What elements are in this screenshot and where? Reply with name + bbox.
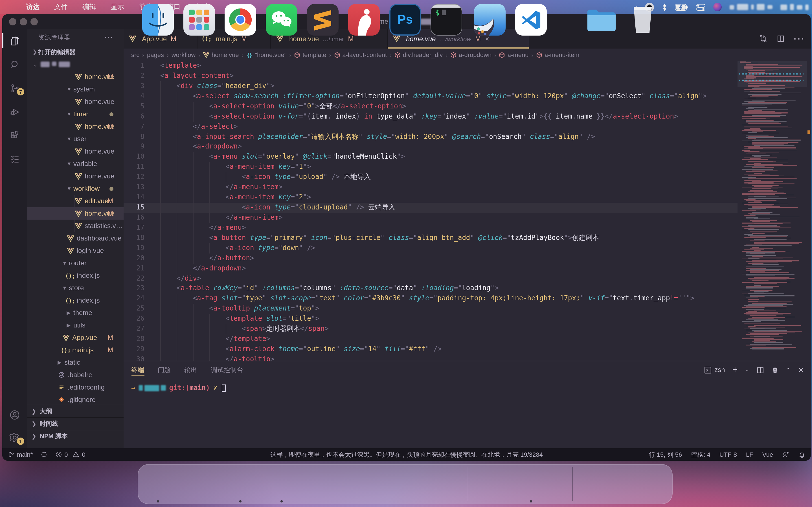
account-icon[interactable] bbox=[2, 406, 27, 424]
control-center-icon[interactable] bbox=[696, 4, 705, 10]
close-button[interactable] bbox=[9, 18, 16, 25]
file-index.js[interactable]: ();index.js bbox=[27, 269, 123, 282]
dock-terminal[interactable]: $ bbox=[431, 4, 462, 36]
eol[interactable]: LF bbox=[746, 451, 753, 458]
breadcrumb-a-menu-item[interactable]: a-menu-item bbox=[536, 51, 579, 58]
bluetooth-icon[interactable] bbox=[662, 3, 667, 11]
folder-user[interactable]: ▼user bbox=[27, 133, 123, 145]
folder-timer[interactable]: ▼timer bbox=[27, 108, 123, 120]
code-editor[interactable]: 1<template>2<a-layout-content>3 <div cla… bbox=[123, 61, 738, 361]
split-terminal-icon[interactable] bbox=[756, 366, 764, 374]
file-App.vue[interactable]: App.vueM bbox=[27, 331, 123, 344]
breadcrumb-a-dropdown[interactable]: a-dropdown bbox=[450, 51, 492, 58]
breadcrumb-home.vue[interactable]: {}"home.vue" bbox=[246, 51, 287, 58]
folder-static[interactable]: ▶static bbox=[27, 356, 123, 369]
dock-photoshop[interactable]: Ps bbox=[389, 4, 421, 36]
problems-indicator[interactable]: 0 0 bbox=[55, 451, 85, 458]
minimize-button[interactable] bbox=[20, 18, 27, 25]
file-index.js[interactable]: ();index.js bbox=[27, 294, 123, 306]
extensions-icon[interactable] bbox=[2, 127, 27, 144]
file-home.vue[interactable]: home.vueM bbox=[27, 207, 123, 220]
dock-trash[interactable] bbox=[627, 4, 659, 36]
file-home.vue[interactable]: home.vue bbox=[27, 145, 123, 158]
folder-variable[interactable]: ▼variable bbox=[27, 158, 123, 170]
split-editor-icon[interactable] bbox=[776, 35, 785, 43]
dock-bear[interactable] bbox=[348, 4, 380, 36]
dock-wechat[interactable] bbox=[266, 4, 297, 36]
terminal-profile[interactable]: zsh bbox=[704, 366, 725, 374]
file-home.vue[interactable]: home.vue bbox=[27, 170, 123, 182]
cursor-position[interactable]: 行 15, 列 56 bbox=[649, 450, 682, 459]
minimap[interactable] bbox=[738, 61, 807, 361]
notifications-bell-icon[interactable] bbox=[799, 451, 805, 458]
menu-显示[interactable]: 显示 bbox=[111, 3, 124, 11]
branch-indicator[interactable]: main* bbox=[8, 451, 33, 458]
folder-theme[interactable]: ▶theme bbox=[27, 306, 123, 319]
section-大纲[interactable]: ❯大纲 bbox=[27, 405, 123, 417]
dock-sublime[interactable] bbox=[307, 4, 338, 36]
menu-文件[interactable]: 文件 bbox=[54, 3, 68, 11]
explorer-more-icon[interactable]: ··· bbox=[105, 33, 113, 41]
run-debug-icon[interactable] bbox=[2, 103, 27, 120]
terminal-dropdown-icon[interactable]: ⌄ bbox=[745, 367, 749, 373]
open-changes-icon[interactable] bbox=[759, 35, 767, 43]
file-.gitignore[interactable]: .gitignore bbox=[27, 394, 123, 406]
todo-list-icon[interactable] bbox=[2, 151, 27, 168]
maximize-panel-icon[interactable]: ⌃ bbox=[786, 367, 791, 373]
new-terminal-icon[interactable]: + bbox=[733, 365, 738, 375]
file-edit.vue[interactable]: edit.vueM bbox=[27, 195, 123, 207]
breadcrumb-pages[interactable]: pages bbox=[147, 51, 164, 58]
dock-vscode[interactable] bbox=[515, 4, 547, 36]
file-main.js[interactable]: ();main.jsM bbox=[27, 344, 123, 356]
folder-router[interactable]: ▼router bbox=[27, 257, 123, 269]
source-control-icon[interactable]: 7 bbox=[2, 79, 27, 97]
dock-folder[interactable] bbox=[586, 4, 617, 36]
dock-chrome[interactable] bbox=[225, 4, 256, 36]
close-panel-icon[interactable]: ✕ bbox=[798, 365, 804, 374]
folder-store[interactable]: ▼store bbox=[27, 282, 123, 294]
explorer-icon[interactable] bbox=[2, 32, 27, 49]
kill-terminal-icon[interactable] bbox=[771, 366, 778, 374]
file-home.vue[interactable]: home.vue bbox=[27, 96, 123, 108]
breadcrumb-a-layout-content[interactable]: a-layout-content bbox=[334, 51, 387, 58]
dock-finder[interactable] bbox=[142, 4, 174, 36]
settings-gear-icon[interactable]: 1 bbox=[2, 429, 27, 446]
encoding[interactable]: UTF-8 bbox=[720, 451, 737, 458]
breadcrumb-a-menu[interactable]: a-menu bbox=[499, 51, 529, 58]
breadcrumb-src[interactable]: src bbox=[131, 51, 139, 58]
breadcrumb-template[interactable]: template bbox=[294, 51, 326, 58]
more-actions-icon[interactable]: ··· bbox=[794, 34, 805, 44]
dock-wallpaper[interactable] bbox=[474, 4, 506, 36]
panel-tab-输出[interactable]: 输出 bbox=[184, 361, 197, 378]
panel-tab-问题[interactable]: 问题 bbox=[158, 361, 171, 378]
zoom-button[interactable] bbox=[30, 18, 38, 25]
panel-tab-调试控制台[interactable]: 调试控制台 bbox=[211, 361, 243, 378]
terminal-prompt[interactable]: → git:(main) ✗ bbox=[131, 384, 226, 392]
folder-system[interactable]: ▼system bbox=[27, 83, 123, 96]
breadcrumb-workflow[interactable]: workflow bbox=[172, 51, 196, 58]
dock-launchpad[interactable] bbox=[183, 4, 215, 36]
close-tab-icon[interactable]: × bbox=[485, 35, 489, 43]
menu-编辑[interactable]: 编辑 bbox=[82, 3, 96, 11]
file-dashboard.vue[interactable]: dashboard.vue bbox=[27, 232, 123, 244]
menu-访达[interactable]: 访达 bbox=[26, 3, 40, 11]
section-NPM 脚本[interactable]: ❯NPM 脚本 bbox=[27, 430, 123, 442]
folder-utils[interactable]: ▶utils bbox=[27, 319, 123, 331]
file-.babelrc[interactable]: .babelrc bbox=[27, 369, 123, 381]
breadcrumb-home.vue[interactable]: home.vue bbox=[203, 51, 239, 58]
indentation[interactable]: 空格: 4 bbox=[691, 450, 710, 459]
language-mode[interactable]: Vue bbox=[762, 451, 773, 458]
battery-icon[interactable] bbox=[675, 4, 688, 10]
siri-icon[interactable] bbox=[713, 3, 722, 11]
file-statistics.vue[interactable]: statistics.vue bbox=[27, 220, 123, 232]
sync-indicator[interactable] bbox=[41, 451, 47, 458]
folder-workflow[interactable]: ▼workflow bbox=[27, 182, 123, 195]
file-home.vue[interactable]: home.vueM bbox=[27, 70, 123, 83]
open-editors-section[interactable]: ❯打开的编辑器 bbox=[27, 46, 123, 58]
file-login.vue[interactable]: login.vue bbox=[27, 244, 123, 257]
panel-tab-终端[interactable]: 终端 bbox=[131, 361, 144, 378]
file-.editorconfig[interactable]: .editorconfig bbox=[27, 381, 123, 394]
breadcrumb-div.header_div[interactable]: div.header_div bbox=[394, 51, 443, 58]
section-时间线[interactable]: ❯时间线 bbox=[27, 417, 123, 430]
project-root-folder[interactable]: ⌄ bbox=[27, 58, 123, 70]
